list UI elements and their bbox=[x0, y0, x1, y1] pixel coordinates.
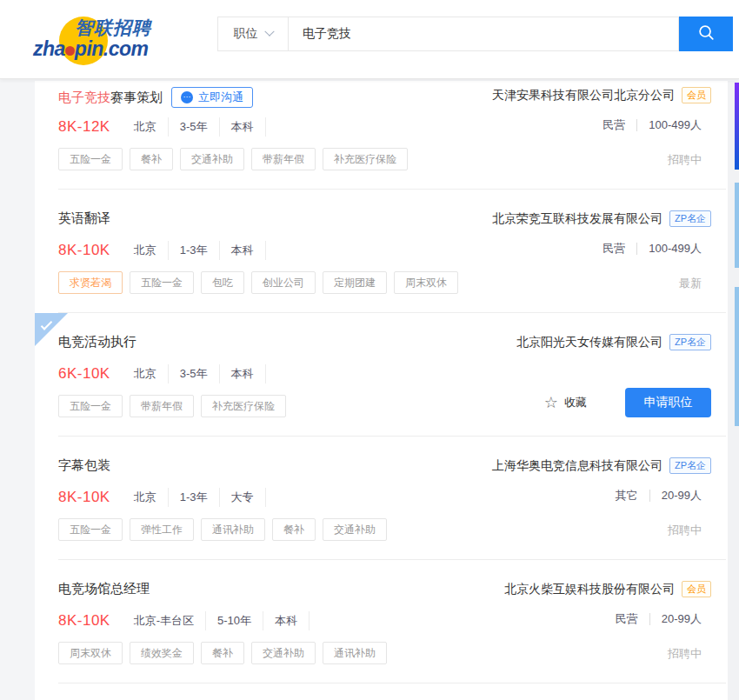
job-experience: 5-10年 bbox=[206, 611, 263, 630]
company-name[interactable]: 上海华奥电竞信息科技有限公司 bbox=[492, 458, 662, 474]
salary: 8K-10K bbox=[58, 242, 110, 259]
search-bar: 职位 bbox=[217, 17, 733, 51]
benefit-tag: 通讯补助 bbox=[323, 642, 387, 664]
scroll-marker-1 bbox=[735, 83, 739, 170]
job-experience: 3-5年 bbox=[169, 364, 220, 383]
search-button[interactable] bbox=[679, 17, 733, 51]
job-card-1[interactable]: 电子竞技赛事策划 ··· 立即沟通 8K-12K 北京 3-5年 本科 五险一金… bbox=[35, 81, 728, 190]
zhaopin-logo[interactable]: 智联招聘 zhapin.com bbox=[33, 11, 176, 69]
job-location: 北京 bbox=[123, 364, 169, 383]
benefit-tag: 交通补助 bbox=[180, 148, 244, 170]
benefit-tag: 绩效奖金 bbox=[130, 642, 194, 664]
search-category-label: 职位 bbox=[234, 26, 258, 42]
apply-job-button[interactable]: 申请职位 bbox=[625, 388, 711, 417]
hiring-status: 招聘中 bbox=[668, 523, 702, 538]
company-type: 民营 bbox=[616, 611, 638, 627]
benefit-tag: 交通补助 bbox=[251, 642, 316, 664]
divider bbox=[636, 119, 637, 131]
job-education: 大专 bbox=[220, 488, 266, 507]
chat-bubble-icon: ··· bbox=[181, 91, 193, 103]
benefit-tag: 补充医疗保险 bbox=[201, 395, 286, 417]
company-name[interactable]: 北京阳光天女传媒有限公司 bbox=[516, 335, 662, 350]
job-card-5[interactable]: 电竞场馆总经理 8K-10K 北京-丰台区 5-10年 本科 周末双休 绩效奖金… bbox=[35, 560, 728, 683]
benefit-tag: 包吃 bbox=[201, 271, 244, 294]
zp-famous-badge: ZP名企 bbox=[669, 210, 711, 227]
divider bbox=[636, 243, 637, 255]
brand-name-en: zhapin.com bbox=[33, 37, 149, 61]
hiring-status: 招聘中 bbox=[668, 646, 702, 662]
zp-famous-badge: ZP名企 bbox=[669, 334, 711, 350]
zp-famous-badge: ZP名企 bbox=[669, 457, 711, 474]
scroll-marker-2 bbox=[735, 183, 739, 268]
chat-now-button[interactable]: ··· 立即沟通 bbox=[171, 87, 253, 108]
search-icon bbox=[696, 23, 716, 45]
benefit-tag: 定期团建 bbox=[323, 271, 387, 294]
benefit-tag: 五险一金 bbox=[58, 395, 123, 417]
company-type: 民营 bbox=[603, 117, 625, 133]
job-location: 北京 bbox=[123, 117, 169, 137]
job-experience: 3-5年 bbox=[169, 117, 220, 137]
benefit-tag: 五险一金 bbox=[58, 518, 123, 541]
job-experience: 1-3年 bbox=[169, 488, 220, 507]
benefit-tag: 弹性工作 bbox=[130, 518, 194, 541]
job-title[interactable]: 字幕包装 bbox=[58, 457, 110, 474]
divider bbox=[649, 490, 650, 502]
benefit-tag: 带薪年假 bbox=[251, 148, 316, 170]
benefit-tag: 餐补 bbox=[201, 642, 244, 664]
company-name[interactable]: 天津安果科技有限公司北京分公司 bbox=[492, 88, 675, 103]
salary: 6K-10K bbox=[58, 365, 110, 383]
benefit-tag: 周末双休 bbox=[58, 642, 123, 664]
benefit-tag: 餐补 bbox=[130, 148, 173, 170]
member-badge: 会员 bbox=[682, 87, 711, 103]
job-title[interactable]: 电子竞技赛事策划 bbox=[58, 90, 163, 106]
company-size: 100-499人 bbox=[649, 241, 702, 257]
job-title[interactable]: 英语翻译 bbox=[58, 210, 110, 227]
hiring-status: 招聘中 bbox=[668, 152, 702, 168]
hiring-status: 最新 bbox=[679, 276, 702, 291]
brand-name-cn: 智联招聘 bbox=[75, 16, 151, 40]
search-input[interactable] bbox=[289, 17, 679, 51]
job-education: 本科 bbox=[220, 117, 266, 137]
benefit-tag: 五险一金 bbox=[58, 148, 123, 170]
benefit-tag: 创业公司 bbox=[251, 271, 316, 294]
job-education: 本科 bbox=[220, 241, 266, 260]
hot-tag: 求贤若渴 bbox=[58, 271, 123, 294]
job-location: 北京 bbox=[123, 488, 169, 507]
star-icon: ☆ bbox=[544, 395, 558, 410]
job-location: 北京-丰台区 bbox=[123, 611, 206, 630]
salary: 8K-10K bbox=[58, 489, 110, 506]
job-title[interactable]: 电竞场馆总经理 bbox=[58, 581, 150, 597]
company-type: 其它 bbox=[616, 488, 638, 503]
chevron-down-icon bbox=[264, 27, 274, 37]
benefit-tag: 餐补 bbox=[272, 518, 316, 541]
job-education: 本科 bbox=[220, 364, 266, 383]
keyword-highlight: 电子竞技 bbox=[58, 90, 110, 104]
job-experience: 1-3年 bbox=[169, 241, 220, 260]
job-title[interactable]: 电竞活动执行 bbox=[58, 334, 136, 350]
company-name[interactable]: 北京火柴互娱科技股份有限公司 bbox=[504, 582, 675, 597]
salary: 8K-10K bbox=[58, 612, 110, 630]
search-category-dropdown[interactable]: 职位 bbox=[217, 17, 289, 51]
job-card-4[interactable]: 字幕包装 8K-10K 北京 1-3年 大专 五险一金 弹性工作 通讯补助 餐补… bbox=[35, 437, 728, 560]
company-type: 民营 bbox=[603, 241, 625, 257]
job-location: 北京 bbox=[123, 241, 169, 260]
favorite-button[interactable]: ☆ 收藏 bbox=[544, 395, 587, 410]
benefit-tag: 带薪年假 bbox=[130, 395, 194, 417]
job-card-2[interactable]: 英语翻译 8K-10K 北京 1-3年 本科 求贤若渴 五险一金 包吃 创业公司… bbox=[35, 190, 728, 313]
member-badge: 会员 bbox=[682, 581, 711, 597]
scroll-marker-3 bbox=[735, 287, 739, 426]
benefit-tag: 交通补助 bbox=[323, 518, 387, 541]
benefit-tag: 周末双休 bbox=[394, 271, 458, 294]
job-results-panel: 电子竞技赛事策划 ··· 立即沟通 8K-12K 北京 3-5年 本科 五险一金… bbox=[35, 81, 728, 700]
company-name[interactable]: 北京荣竞互联科技发展有限公司 bbox=[492, 211, 662, 227]
company-size: 20-99人 bbox=[662, 488, 702, 503]
benefit-tag: 通讯补助 bbox=[201, 518, 265, 541]
company-size: 20-99人 bbox=[662, 611, 702, 627]
site-header: 智联招聘 zhapin.com 职位 bbox=[0, 0, 739, 79]
job-card-3-selected[interactable]: 电竞活动执行 6K-10K 北京 3-5年 本科 五险一金 带薪年假 补充医疗保… bbox=[35, 313, 728, 437]
salary: 8K-12K bbox=[58, 118, 110, 136]
job-education: 本科 bbox=[263, 611, 310, 630]
company-size: 100-499人 bbox=[649, 117, 702, 133]
divider bbox=[649, 613, 650, 625]
logo-red-dot bbox=[65, 46, 75, 56]
